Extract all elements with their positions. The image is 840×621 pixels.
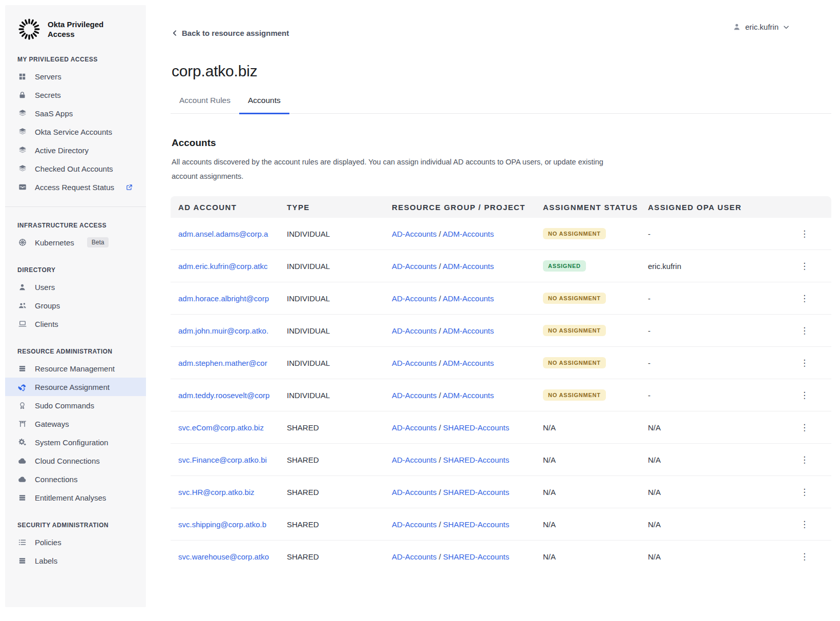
ad-account-link[interactable]: adm.horace.albright@corp xyxy=(178,294,281,303)
cell-ad-account: adm.john.muir@corp.atko. xyxy=(171,326,287,335)
accounts-table: AD ACCOUNT TYPE RESOURCE GROUP / PROJECT… xyxy=(171,196,831,572)
sidebar-item-checked-out-accounts[interactable]: Checked Out Accounts xyxy=(5,159,146,178)
sidebar-item-secrets[interactable]: Secrets xyxy=(5,86,146,104)
project-link[interactable]: ADM-Accounts xyxy=(443,294,494,303)
resource-group-link[interactable]: AD-Accounts xyxy=(392,520,437,529)
kebab-menu-icon[interactable]: ⋮ xyxy=(797,260,812,273)
laptop-icon xyxy=(17,319,27,329)
sidebar-item-gateways[interactable]: Gateways xyxy=(5,415,146,433)
cell-assigned-opa-user: - xyxy=(648,230,771,238)
resource-group-link[interactable]: AD-Accounts xyxy=(392,423,437,432)
sidebar-item-connections[interactable]: Connections xyxy=(5,470,146,488)
sidebar-item-access-request-status[interactable]: Access Request Status xyxy=(5,178,146,196)
project-link[interactable]: ADM-Accounts xyxy=(443,262,494,271)
sidebar-item-okta-service-accounts[interactable]: Okta Service Accounts xyxy=(5,122,146,141)
resource-group-link[interactable]: AD-Accounts xyxy=(392,230,437,238)
resource-group-link[interactable]: AD-Accounts xyxy=(392,262,437,271)
separator: / xyxy=(437,520,444,529)
ad-account-link[interactable]: adm.eric.kufrin@corp.atkc xyxy=(178,262,281,271)
tab-accounts[interactable]: Accounts xyxy=(239,96,289,114)
cell-assigned-opa-user: - xyxy=(648,391,771,400)
brand: Okta Privileged Access xyxy=(5,5,146,41)
ad-account-link[interactable]: adm.john.muir@corp.atko. xyxy=(178,326,281,335)
project-link[interactable]: ADM-Accounts xyxy=(443,326,494,335)
cell-type: INDIVIDUAL xyxy=(287,294,392,303)
sidebar-item-active-directory[interactable]: Active Directory xyxy=(5,141,146,159)
project-link[interactable]: SHARED-Accounts xyxy=(443,488,509,496)
resource-group-link[interactable]: AD-Accounts xyxy=(392,488,437,496)
ad-account-link[interactable]: svc.shipping@corp.atko.b xyxy=(178,520,281,529)
project-link[interactable]: SHARED-Accounts xyxy=(443,456,509,464)
sidebar-item-users[interactable]: Users xyxy=(5,278,146,296)
stack-icon xyxy=(17,364,27,374)
tab-account-rules[interactable]: Account Rules xyxy=(171,96,239,114)
user-menu[interactable]: eric.kufrin xyxy=(732,23,790,31)
cell-assignment-status: N/A xyxy=(543,488,648,496)
resource-group-link[interactable]: AD-Accounts xyxy=(392,326,437,335)
sidebar-item-sudo-commands[interactable]: Sudo Commands xyxy=(5,396,146,415)
sidebar-item-cloud-connections[interactable]: Cloud Connections xyxy=(5,451,146,470)
kebab-menu-icon[interactable]: ⋮ xyxy=(797,486,812,499)
sidebar-item-entitlement-analyses[interactable]: Entitlement Analyses xyxy=(5,488,146,507)
sidebar-item-labels[interactable]: Labels xyxy=(5,551,146,570)
sidebar-item-servers[interactable]: Servers xyxy=(5,67,146,86)
cell-type: SHARED xyxy=(287,456,392,464)
sidebar-item-label: Secrets xyxy=(35,91,61,99)
sidebar-item-label: SaaS Apps xyxy=(35,109,73,118)
resource-group-link[interactable]: AD-Accounts xyxy=(392,552,437,561)
ad-account-link[interactable]: svc.eCom@corp.atko.biz xyxy=(178,423,281,432)
cell-ad-account: svc.eCom@corp.atko.biz xyxy=(171,423,287,432)
project-link[interactable]: ADM-Accounts xyxy=(443,359,494,367)
ad-account-link[interactable]: svc.warehouse@corp.atko xyxy=(178,552,281,561)
back-link[interactable]: Back to resource assignment xyxy=(172,29,289,37)
cell-resource-group-project: AD-Accounts / SHARED-Accounts xyxy=(392,520,543,529)
resource-group-link[interactable]: AD-Accounts xyxy=(392,294,437,303)
cell-resource-group-project: AD-Accounts / ADM-Accounts xyxy=(392,359,543,367)
cell-ad-account: svc.warehouse@corp.atko xyxy=(171,552,287,561)
resource-group-link[interactable]: AD-Accounts xyxy=(392,456,437,464)
kebab-menu-icon[interactable]: ⋮ xyxy=(797,453,812,466)
kebab-menu-icon[interactable]: ⋮ xyxy=(797,357,812,369)
layers-icon xyxy=(17,127,27,137)
ad-account-link[interactable]: svc.HR@corp.atko.biz xyxy=(178,488,281,496)
project-link[interactable]: ADM-Accounts xyxy=(443,391,494,400)
sidebar-item-label: Sudo Commands xyxy=(35,401,94,410)
kebab-menu-icon[interactable]: ⋮ xyxy=(797,550,812,563)
cell-ad-account: svc.shipping@corp.atko.b xyxy=(171,520,287,529)
sidebar-item-system-configuration[interactable]: System Configuration xyxy=(5,433,146,451)
project-link[interactable]: ADM-Accounts xyxy=(443,230,494,238)
kebab-menu-icon[interactable]: ⋮ xyxy=(797,518,812,531)
resource-group-link[interactable]: AD-Accounts xyxy=(392,359,437,367)
sidebar-item-clients[interactable]: Clients xyxy=(5,315,146,333)
kebab-menu-icon[interactable]: ⋮ xyxy=(797,227,812,240)
sidebar-item-groups[interactable]: Groups xyxy=(5,296,146,315)
brand-name: Okta Privileged Access xyxy=(48,19,103,39)
kebab-menu-icon[interactable]: ⋮ xyxy=(797,421,812,434)
ad-account-link[interactable]: svc.Finance@corp.atko.bi xyxy=(178,456,281,464)
layers-icon xyxy=(17,109,27,118)
cell-type: INDIVIDUAL xyxy=(287,230,392,238)
tray-icon xyxy=(17,182,27,192)
project-link[interactable]: SHARED-Accounts xyxy=(443,552,509,561)
resource-group-link[interactable]: AD-Accounts xyxy=(392,391,437,400)
kebab-menu-icon[interactable]: ⋮ xyxy=(797,324,812,337)
cell-ad-account: svc.Finance@corp.atko.bi xyxy=(171,456,287,464)
sidebar-item-resource-assignment[interactable]: Resource Assignment xyxy=(5,378,146,396)
cell-type: SHARED xyxy=(287,488,392,496)
kebab-menu-icon[interactable]: ⋮ xyxy=(797,389,812,402)
sidebar-item-saas-apps[interactable]: SaaS Apps xyxy=(5,104,146,122)
kebab-menu-icon[interactable]: ⋮ xyxy=(797,292,812,305)
sidebar-item-kubernetes[interactable]: Kubernetes Beta xyxy=(5,233,146,252)
column-header-resource-group: RESOURCE GROUP / PROJECT xyxy=(392,203,543,212)
sidebar-item-policies[interactable]: Policies xyxy=(5,533,146,551)
ad-account-link[interactable]: adm.ansel.adams@corp.a xyxy=(178,230,281,238)
sidebar-item-label: Active Directory xyxy=(35,146,89,155)
cell-assigned-opa-user: N/A xyxy=(648,423,771,432)
cell-resource-group-project: AD-Accounts / ADM-Accounts xyxy=(392,326,543,335)
project-link[interactable]: SHARED-Accounts xyxy=(443,520,509,529)
okta-logo-icon xyxy=(17,17,41,41)
ad-account-link[interactable]: adm.teddy.roosevelt@corp xyxy=(178,391,281,400)
project-link[interactable]: SHARED-Accounts xyxy=(443,423,509,432)
ad-account-link[interactable]: adm.stephen.mather@cor xyxy=(178,359,281,367)
sidebar-item-resource-management[interactable]: Resource Management xyxy=(5,359,146,378)
